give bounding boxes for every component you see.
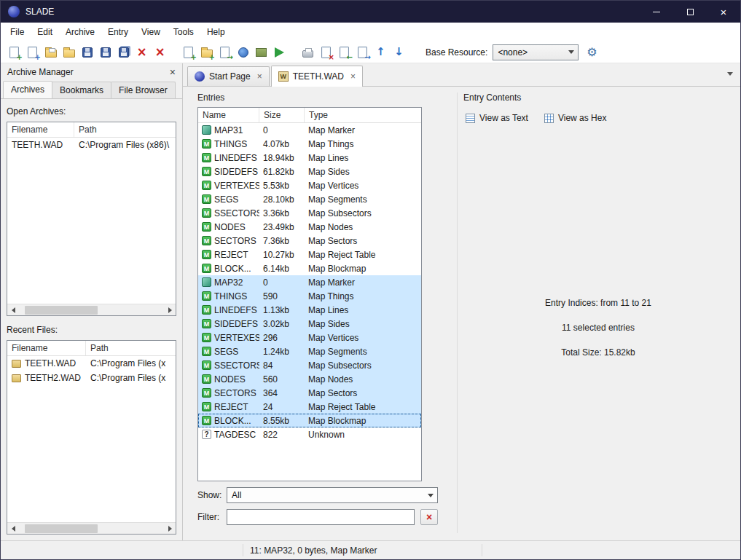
move-up-icon[interactable]: ↑	[372, 44, 390, 61]
tab-teeth-wad[interactable]: WTEETH.WAD×	[271, 66, 363, 87]
entry-contents-info: Entry Indices: from 11 to 2111 selected …	[463, 298, 733, 372]
column-header-filename[interactable]: Filename	[7, 122, 74, 137]
entry-type: Map Blockmap	[305, 264, 421, 274]
menu-tools[interactable]: Tools	[167, 23, 200, 41]
entry-contents-info-line: 11 selected entries	[463, 323, 733, 333]
open-directory-icon[interactable]	[60, 44, 78, 61]
sidebar-tab-archives[interactable]: Archives	[3, 81, 52, 98]
menu-file[interactable]: File	[4, 23, 31, 41]
entry-row[interactable]: MNODES23.49kbMap Nodes	[198, 220, 421, 234]
entry-size: 6.14kb	[259, 264, 305, 274]
open-archives-hscrollbar[interactable]	[7, 304, 176, 315]
entry-row[interactable]: MSIDEDEFS3.02kbMap Sides	[198, 317, 421, 331]
export-entry-icon-badge: →	[365, 54, 371, 61]
entry-row[interactable]: ?TAGDESC822Unknown	[198, 427, 421, 441]
tab-start-page[interactable]: Start Page×	[187, 66, 270, 86]
open-archive-path: C:\Program Files (x86)\	[74, 140, 176, 150]
entry-row[interactable]: MSECTORS364Map Sectors	[198, 386, 421, 400]
entry-row[interactable]: MSIDEDEFS61.82kbMap Sides	[198, 165, 421, 178]
show-dropdown[interactable]: All	[227, 487, 438, 503]
menu-entry[interactable]: Entry	[101, 23, 135, 41]
tab-close-icon[interactable]: ×	[257, 72, 262, 81]
entry-row[interactable]: MLINEDEFS18.94kbMap Lines	[198, 151, 421, 165]
view-as-text-button[interactable]: View as Text	[463, 111, 530, 125]
entry-row[interactable]: MREJECT10.27kbMap Reject Table	[198, 248, 421, 261]
entry-row[interactable]: MBLOCK...6.14kbMap Blockmap	[198, 261, 421, 275]
save-icon[interactable]	[78, 44, 96, 61]
entry-row[interactable]: MAP320Map Marker	[198, 275, 421, 289]
new-archive-icon[interactable]: +	[5, 44, 23, 61]
map-editor-icon[interactable]	[270, 44, 289, 61]
printer-icon[interactable]	[299, 44, 317, 61]
base-resource-settings-button[interactable]: ⚙	[583, 44, 600, 61]
entry-row[interactable]: MVERTEXES296Map Vertices	[198, 331, 421, 344]
scroll-right-icon[interactable]	[164, 523, 176, 534]
open-archive-icon[interactable]	[42, 44, 60, 61]
recent-file-row[interactable]: TEETH2.WADC:\Program Files (x	[7, 371, 176, 385]
menu-view[interactable]: View	[135, 23, 167, 41]
view-as-hex-button[interactable]: View as Hex	[542, 111, 608, 125]
column-header-size[interactable]: Size	[259, 108, 305, 122]
entry-row[interactable]: MVERTEXES5.53kbMap Vertices	[198, 178, 421, 192]
scrollbar-thumb[interactable]	[25, 306, 98, 315]
entry-row[interactable]: MLINEDEFS1.13kbMap Lines	[198, 303, 421, 317]
maximize-button[interactable]	[673, 1, 707, 23]
column-header-type[interactable]: Type	[305, 108, 421, 122]
column-header-path[interactable]: Path	[86, 341, 176, 355]
base-resource-dropdown[interactable]: <none>	[493, 44, 579, 60]
entry-row[interactable]: MBLOCK...8.55kbMap Blockmap	[198, 414, 421, 427]
export-entry-icon[interactable]: →	[353, 44, 372, 61]
clear-filter-button[interactable]: ×	[420, 509, 438, 525]
sidebar-tab-file-browser[interactable]: File Browser	[111, 82, 176, 98]
column-header-path[interactable]: Path	[74, 122, 176, 137]
mapdata-entry-icon: M	[202, 319, 211, 328]
entry-row[interactable]: MSSECTORS3.36kbMap Subsectors	[198, 206, 421, 220]
scroll-right-icon[interactable]	[164, 304, 176, 315]
entry-row[interactable]: MNODES560Map Nodes	[198, 372, 421, 386]
close-archive-icon[interactable]: ×	[133, 44, 151, 61]
minimize-button[interactable]	[640, 1, 673, 23]
column-header-filename[interactable]: Filename	[7, 341, 86, 355]
import-files-icon[interactable]: →	[216, 44, 234, 61]
archive-manager-close-icon[interactable]: ×	[170, 67, 176, 77]
entry-row[interactable]: MAP310Map Marker	[198, 123, 421, 137]
close-all-icon[interactable]: ×	[151, 44, 169, 61]
entry-row[interactable]: MSEGS28.10kbMap Segments	[198, 192, 421, 206]
entry-row[interactable]: MREJECT24Map Reject Table	[198, 400, 421, 414]
entries-header: Name Size Type	[198, 108, 421, 123]
scrollbar-thumb[interactable]	[25, 524, 98, 533]
entry-name: LINEDEFS	[214, 153, 257, 163]
sidebar-tab-bookmarks[interactable]: Bookmarks	[52, 82, 111, 98]
texture-editor-icon[interactable]	[252, 44, 270, 61]
tab-close-icon[interactable]: ×	[350, 72, 356, 81]
entry-row[interactable]: MSSECTORS84Map Subsectors	[198, 358, 421, 372]
open-archives-list: Filename Path TEETH.WADC:\Program Files …	[7, 122, 176, 316]
filter-input[interactable]	[227, 509, 415, 525]
menu-edit[interactable]: Edit	[31, 23, 59, 41]
close-button[interactable]: ×	[707, 1, 740, 23]
entry-row[interactable]: MTHINGS4.07kbMap Things	[198, 137, 421, 151]
entry-row[interactable]: MTHINGS590Map Things	[198, 289, 421, 303]
import-entry-icon[interactable]: ←	[335, 44, 353, 61]
globe-icon[interactable]	[234, 44, 252, 61]
menu-help[interactable]: Help	[200, 23, 232, 41]
save-as-icon[interactable]	[96, 44, 114, 61]
delete-entry-icon[interactable]: ×	[317, 44, 335, 61]
new-zip-archive-icon[interactable]: +	[23, 44, 42, 61]
archive-manager-tabs: ArchivesBookmarksFile Browser	[1, 81, 182, 99]
entry-row[interactable]: MSEGS1.24kbMap Segments	[198, 344, 421, 358]
recent-file-path: C:\Program Files (x	[86, 373, 176, 383]
recent-file-row[interactable]: TEETH.WADC:\Program Files (x	[7, 356, 176, 371]
new-directory-icon[interactable]: +	[197, 44, 216, 61]
open-archive-row[interactable]: TEETH.WADC:\Program Files (x86)\	[7, 138, 176, 152]
entry-row[interactable]: MSECTORS7.36kbMap Sectors	[198, 234, 421, 248]
move-down-icon[interactable]: ↓	[390, 44, 408, 61]
new-entry-icon[interactable]: +	[179, 44, 197, 61]
column-header-name[interactable]: Name	[198, 108, 259, 122]
scroll-left-icon[interactable]	[7, 304, 19, 315]
menu-archive[interactable]: Archive	[59, 23, 101, 41]
scroll-left-icon[interactable]	[7, 523, 19, 534]
tab-list-dropdown-icon[interactable]	[727, 72, 733, 76]
save-all-icon[interactable]	[114, 44, 133, 61]
recent-files-hscrollbar[interactable]	[7, 522, 176, 534]
